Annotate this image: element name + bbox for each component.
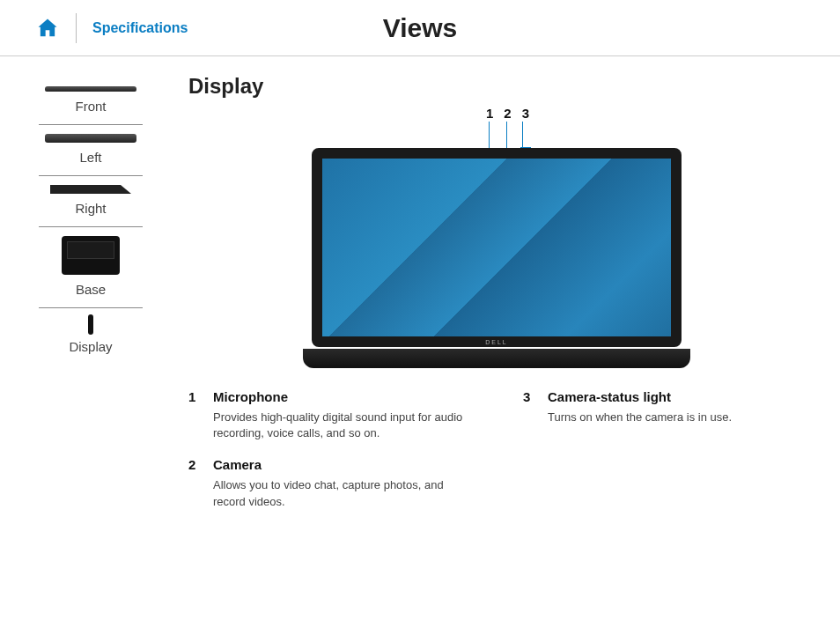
page-title: Views — [383, 13, 458, 43]
desc-number: 2 — [188, 457, 213, 509]
main-content: Display 1 2 3 — [158, 56, 840, 635]
nav-item-display[interactable]: Display — [39, 317, 143, 365]
nav-label: Front — [75, 99, 106, 114]
laptop-illustration — [303, 148, 690, 368]
section-title: Display — [188, 74, 805, 99]
callout-number-1: 1 — [486, 106, 493, 121]
desc-title: Camera-status light — [548, 389, 805, 404]
callout-number-2: 2 — [504, 106, 511, 121]
desc-item-microphone: 1 Microphone Provides high-quality digit… — [188, 389, 470, 441]
nav-label: Right — [75, 201, 106, 216]
nav-item-front[interactable]: Front — [39, 86, 143, 125]
nav-label: Base — [76, 282, 106, 297]
desc-title: Microphone — [213, 389, 470, 404]
nav-item-left[interactable]: Left — [39, 134, 143, 176]
desc-body: Allows you to video chat, capture photos… — [213, 477, 470, 509]
header-divider — [76, 13, 77, 43]
thumb-front-icon — [39, 86, 143, 92]
desc-item-camera: 2 Camera Allows you to video chat, captu… — [188, 457, 470, 509]
desc-title: Camera — [213, 457, 470, 472]
desc-number: 3 — [523, 389, 548, 425]
descriptions-right-column: 3 Camera-status light Turns on when the … — [523, 389, 805, 526]
desc-body: Turns on when the camera is in use. — [548, 410, 805, 425]
home-icon[interactable] — [35, 16, 60, 41]
desc-body: Provides high-quality digital sound inpu… — [213, 410, 470, 441]
nav-item-base[interactable]: Base — [39, 236, 143, 308]
descriptions-left-column: 1 Microphone Provides high-quality digit… — [188, 389, 470, 526]
descriptions: 1 Microphone Provides high-quality digit… — [188, 389, 805, 526]
desc-number: 1 — [188, 389, 213, 441]
header: Specifications Views — [0, 0, 840, 56]
callout-labels: 1 2 3 — [486, 106, 529, 121]
thumb-display-icon — [39, 317, 143, 332]
desc-item-camera-status-light: 3 Camera-status light Turns on when the … — [523, 389, 805, 425]
display-hero: 1 2 3 — [188, 106, 805, 368]
specifications-link[interactable]: Specifications — [92, 20, 188, 36]
thumb-left-icon — [39, 134, 143, 143]
nav-item-right[interactable]: Right — [39, 185, 143, 227]
nav-label: Left — [79, 150, 101, 165]
nav-label: Display — [69, 339, 112, 354]
thumb-right-icon — [39, 185, 143, 194]
body: Front Left Right Base — [0, 56, 840, 635]
thumb-base-icon — [39, 236, 143, 275]
callout-number-3: 3 — [522, 106, 529, 121]
sidebar: Front Left Right Base — [0, 56, 158, 635]
